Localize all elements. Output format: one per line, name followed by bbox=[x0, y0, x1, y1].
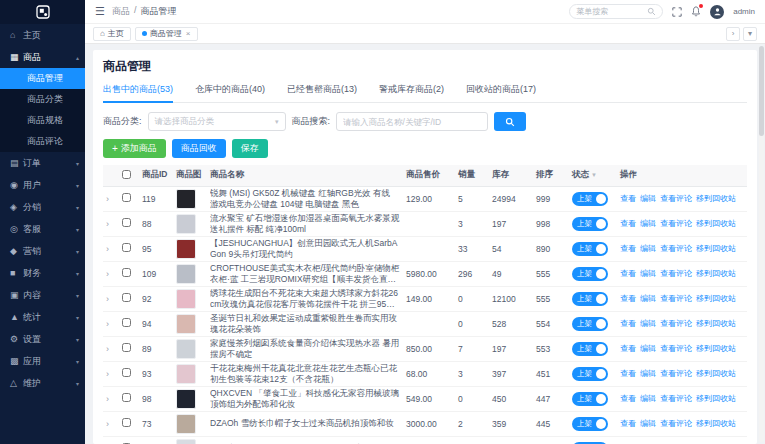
product-name[interactable]: 锐舞 (MSI) GK50Z 机械键盘 红轴RGB光效 有线 游戏电竞办公键盘 … bbox=[210, 188, 400, 209]
action-link[interactable]: 查看评论 bbox=[660, 219, 692, 228]
row-checkbox[interactable] bbox=[122, 243, 131, 252]
action-link[interactable]: 编辑 bbox=[640, 344, 656, 353]
product-status-tab[interactable]: 警戒库存商品(2) bbox=[379, 81, 444, 102]
sidebar-item-service[interactable]: ◎ 客服 ▾ bbox=[0, 218, 85, 240]
status-toggle[interactable]: 上架 bbox=[572, 417, 608, 431]
sidebar-item-settings[interactable]: ⚙ 设置 ▾ bbox=[0, 328, 85, 350]
product-name[interactable]: CROFTHOUSE美式实木衣柜/现代简约卧室储物柜衣柜·蓝 工三岩现ROMIX… bbox=[210, 263, 400, 284]
status-toggle[interactable]: 上架 bbox=[572, 217, 608, 231]
product-name[interactable]: 圣诞节日礼和效果定运动成重紫银胜生卷而实用玫瑰花花朵装饰 bbox=[210, 313, 400, 334]
row-checkbox[interactable] bbox=[122, 193, 131, 202]
product-name[interactable]: DZAOh 雪纺长巾帽子女士过来商品机拍顶饰和妆 bbox=[210, 418, 400, 429]
action-link[interactable]: 查看评论 bbox=[660, 344, 692, 353]
action-link[interactable]: 查看 bbox=[620, 344, 636, 353]
action-link[interactable]: 编辑 bbox=[640, 194, 656, 203]
chevron-down-icon[interactable]: ▾ bbox=[743, 27, 757, 41]
action-link[interactable]: 查看评论 bbox=[660, 319, 692, 328]
product-image[interactable] bbox=[176, 364, 196, 384]
sidebar-item-content[interactable]: ▣ 内容 ▾ bbox=[0, 284, 85, 306]
row-checkbox[interactable] bbox=[122, 393, 131, 402]
row-expand-icon[interactable]: › bbox=[106, 344, 109, 354]
row-expand-icon[interactable]: › bbox=[106, 219, 109, 229]
product-image[interactable] bbox=[176, 439, 196, 444]
product-name[interactable]: QHXCVEN 「肇食工业」科技感化无家容用械玻璃顶饰组为外配饰和化妆 bbox=[210, 388, 400, 409]
action-link[interactable]: 查看 bbox=[620, 194, 636, 203]
action-link[interactable]: 查看 bbox=[620, 319, 636, 328]
action-link[interactable]: 移到回收站 bbox=[696, 269, 736, 278]
action-link[interactable]: 编辑 bbox=[640, 244, 656, 253]
product-name[interactable]: 干花花束梅州干花真花北意花生花艺生态瓶心已花 初生包装等花束12支（不含花瓶） bbox=[210, 363, 400, 384]
category-select[interactable]: 请选择商品分类 ▾ bbox=[148, 112, 286, 131]
status-toggle[interactable]: 上架 bbox=[572, 242, 608, 256]
fullscreen-icon[interactable] bbox=[672, 7, 682, 17]
product-status-tab[interactable]: 仓库中的商品(40) bbox=[195, 81, 265, 102]
product-image[interactable] bbox=[176, 339, 196, 359]
action-link[interactable]: 查看 bbox=[620, 394, 636, 403]
action-link[interactable]: 移到回收站 bbox=[696, 369, 736, 378]
row-checkbox[interactable] bbox=[122, 218, 131, 227]
action-link[interactable]: 编辑 bbox=[640, 294, 656, 303]
app-logo[interactable] bbox=[0, 0, 85, 24]
add-product-button[interactable]: + 添加商品 bbox=[103, 139, 166, 158]
row-expand-icon[interactable]: › bbox=[106, 369, 109, 379]
sidebar-subitem[interactable]: 商品规格 bbox=[0, 110, 85, 131]
breadcrumb-item[interactable]: 商品 bbox=[112, 5, 130, 18]
product-name[interactable]: 流水聚宝 矿石增湿迷你加湿器桌面高氧无水雾景观送礼摆件 标配 纯净100ml bbox=[210, 213, 400, 234]
status-toggle[interactable]: 上架 bbox=[572, 367, 608, 381]
action-link[interactable]: 查看评论 bbox=[660, 294, 692, 303]
sidebar-subitem[interactable]: 商品管理 bbox=[0, 68, 85, 89]
action-link[interactable]: 查看评论 bbox=[660, 394, 692, 403]
action-link[interactable]: 编辑 bbox=[640, 419, 656, 428]
sidebar-item-maintain[interactable]: △ 维护 ▾ bbox=[0, 372, 85, 394]
product-status-tab[interactable]: 出售中的商品(53) bbox=[103, 81, 173, 103]
search-button[interactable] bbox=[494, 112, 526, 131]
action-link[interactable]: 移到回收站 bbox=[696, 219, 736, 228]
action-link[interactable]: 查看评论 bbox=[660, 269, 692, 278]
status-toggle[interactable]: 上架 bbox=[572, 267, 608, 281]
action-link[interactable]: 查看评论 bbox=[660, 419, 692, 428]
action-link[interactable]: 编辑 bbox=[640, 219, 656, 228]
chevron-right-icon[interactable]: › bbox=[726, 27, 740, 41]
row-checkbox[interactable] bbox=[122, 418, 131, 427]
close-icon[interactable]: × bbox=[186, 29, 191, 38]
sidebar-item-goods[interactable]: ▦ 商品 ▴ bbox=[0, 46, 85, 68]
status-toggle[interactable]: 上架 bbox=[572, 392, 608, 406]
notification-bell-icon[interactable] bbox=[691, 6, 701, 17]
product-name[interactable]: 【JESHUCANGHUA】创意田园欧式无人机SarbAGon 9头吊灯现代简约 bbox=[210, 238, 400, 259]
product-image[interactable] bbox=[176, 289, 196, 309]
action-link[interactable]: 编辑 bbox=[640, 369, 656, 378]
action-link[interactable]: 查看 bbox=[620, 244, 636, 253]
row-expand-icon[interactable]: › bbox=[106, 194, 109, 204]
action-link[interactable]: 编辑 bbox=[640, 394, 656, 403]
sidebar-item-apps[interactable]: ▩ 应用 ▾ bbox=[0, 350, 85, 372]
row-checkbox[interactable] bbox=[122, 343, 131, 352]
hamburger-menu-icon[interactable]: ☰ bbox=[95, 5, 105, 18]
row-expand-icon[interactable]: › bbox=[106, 244, 109, 254]
action-link[interactable]: 查看评论 bbox=[660, 369, 692, 378]
vertical-scrollbar[interactable] bbox=[759, 46, 764, 442]
scrollbar-thumb[interactable] bbox=[759, 46, 764, 136]
sidebar-item-market[interactable]: ◆ 营销 ▾ bbox=[0, 240, 85, 262]
row-expand-icon[interactable]: › bbox=[106, 269, 109, 279]
row-checkbox[interactable] bbox=[122, 268, 131, 277]
row-expand-icon[interactable]: › bbox=[106, 394, 109, 404]
col-status[interactable]: 状态▼ bbox=[569, 165, 617, 186]
open-tab[interactable]: ⌂ 主页 bbox=[93, 27, 131, 41]
product-image[interactable] bbox=[176, 389, 196, 409]
action-link[interactable]: 查看评论 bbox=[660, 194, 692, 203]
product-image[interactable] bbox=[176, 414, 196, 434]
menu-search-input[interactable]: 菜单搜索 bbox=[569, 4, 663, 19]
row-checkbox[interactable] bbox=[122, 368, 131, 377]
action-link[interactable]: 移到回收站 bbox=[696, 194, 736, 203]
product-recycle-button[interactable]: 商品回收 bbox=[172, 139, 226, 158]
product-name[interactable]: 绣球花生成阳台不死花束大束超大绣球家方斜花26cm玫瑰仿真花假花客厅装饰花摆件干… bbox=[210, 288, 400, 309]
sidebar-item-finance[interactable]: ■ 财务 ▾ bbox=[0, 262, 85, 284]
sidebar-subitem[interactable]: 商品分类 bbox=[0, 89, 85, 110]
product-name[interactable]: 家庭慢茶列烟囱系统食量商介绍体实现热水器 暑用摆房不确定 bbox=[210, 338, 400, 359]
user-avatar[interactable] bbox=[710, 5, 724, 19]
action-link[interactable]: 查看 bbox=[620, 419, 636, 428]
status-toggle[interactable]: 上架 bbox=[572, 192, 608, 206]
action-link[interactable]: 编辑 bbox=[640, 269, 656, 278]
action-link[interactable]: 查看 bbox=[620, 269, 636, 278]
action-link[interactable]: 移到回收站 bbox=[696, 344, 736, 353]
